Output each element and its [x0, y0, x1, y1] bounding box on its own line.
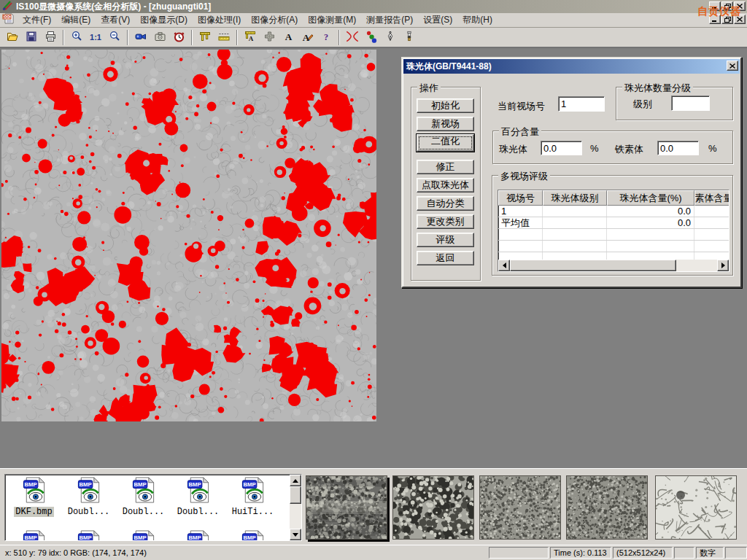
file-item[interactable]: BMP — [7, 530, 61, 541]
file-item[interactable]: BMP — [225, 530, 280, 541]
toolbar-separator — [338, 30, 340, 45]
toolbar-separator — [236, 30, 238, 45]
scroll-thumb[interactable] — [510, 260, 676, 271]
table-cell — [543, 229, 607, 240]
svg-text:BMP: BMP — [24, 534, 36, 541]
mdi-restore-button[interactable] — [721, 15, 733, 24]
mdi-minimize-button[interactable] — [709, 15, 721, 24]
scroll-down-button[interactable] — [290, 529, 301, 540]
table-row[interactable] — [498, 229, 729, 241]
table-row[interactable]: 10.0 — [498, 206, 729, 217]
file-browser[interactable]: BMPDKF.bmpBMPDoubl...BMPDoubl...BMPDoubl… — [4, 474, 302, 541]
bmp-file-icon: BMP — [131, 530, 156, 541]
rating-table[interactable]: 视场号珠光体级别珠光体含量(%)铁素体含量(%) 10.0平均值0.0 — [498, 190, 729, 272]
file-item[interactable]: BMPDoubl... — [171, 477, 225, 517]
file-item[interactable]: BMPHuiTi... — [225, 477, 280, 517]
table-cell — [694, 206, 729, 217]
mdi-close-button[interactable] — [734, 15, 746, 24]
op-button-8[interactable]: 评级 — [417, 233, 474, 247]
brush-button[interactable] — [400, 29, 419, 46]
op-button-3[interactable]: 二值化 — [417, 134, 474, 152]
file-item[interactable]: BMP — [61, 530, 116, 541]
table-row[interactable] — [498, 241, 729, 252]
op-button-6[interactable]: 自动分类 — [417, 196, 474, 211]
video-camera-button[interactable] — [131, 29, 150, 46]
file-scroll-thumb[interactable] — [290, 486, 301, 504]
help-button[interactable]: ? — [317, 29, 336, 46]
scroll-right-button[interactable] — [717, 260, 729, 271]
minimize-button[interactable] — [709, 1, 721, 11]
table-row[interactable]: 平均值0.0 — [498, 217, 729, 229]
scroll-up-button[interactable] — [290, 475, 301, 486]
grade-input[interactable] — [671, 96, 710, 111]
menu-item[interactable]: 查看(V) — [96, 12, 135, 28]
op-button-1[interactable]: 初始化 — [417, 98, 474, 113]
title-bar: IS100显微摄像系统(金相分析版) - [zhuguangti01] — [0, 0, 747, 13]
table-cell — [694, 229, 729, 240]
op-button-9[interactable]: 返回 — [417, 251, 474, 265]
file-item[interactable]: BMP — [116, 530, 171, 541]
menu-item[interactable]: 图像显示(D) — [135, 12, 193, 28]
dialog-close-button[interactable] — [727, 61, 738, 71]
menu-item[interactable]: 图像测量(M) — [303, 12, 361, 28]
merge-cross-button[interactable] — [260, 29, 279, 46]
clock-button[interactable] — [169, 29, 188, 46]
table-cell — [607, 241, 694, 252]
thumbnail-image[interactable] — [566, 475, 648, 540]
menu-item[interactable]: 编辑(E) — [56, 12, 96, 28]
measure-text-button[interactable]: A — [241, 29, 260, 46]
svg-text:BMP: BMP — [24, 481, 36, 488]
ruler-icon — [217, 31, 231, 44]
metallograph-image[interactable] — [1, 50, 376, 421]
menu-item[interactable]: 测量报告(P) — [361, 12, 418, 28]
op-button-5[interactable]: 点取珠光体 — [417, 178, 474, 192]
op-button-7[interactable]: 更改类别 — [417, 214, 474, 229]
capture-camera-button[interactable] — [150, 29, 169, 46]
menu-item[interactable]: 帮助(H) — [457, 12, 498, 28]
pearlite-input[interactable]: 0.0 — [541, 141, 582, 155]
thumbnail-image[interactable] — [655, 475, 737, 540]
multifield-group: 多视场评级 视场号珠光体级别珠光体含量(%)铁素体含量(%) 10.0平均值0.… — [492, 175, 733, 276]
pen-button[interactable] — [381, 29, 400, 46]
op-button-4[interactable]: 修正 — [417, 160, 474, 174]
dialog-title-bar[interactable]: 珠光体(GB/T9441-88) — [403, 59, 740, 74]
menu-item[interactable]: 文件(F) — [18, 12, 56, 28]
text-button[interactable]: A — [279, 29, 298, 46]
close-button[interactable] — [734, 1, 746, 11]
text-edit-button[interactable]: A — [298, 29, 317, 46]
menu-item[interactable]: 设置(S) — [418, 12, 457, 28]
thumbnail-image[interactable] — [392, 475, 474, 540]
red-curves-button[interactable] — [343, 29, 362, 46]
current-field-input[interactable]: 1 — [558, 96, 605, 112]
color-dots-button[interactable] — [362, 29, 381, 46]
table-column-header[interactable]: 珠光体含量(%) — [607, 190, 694, 206]
thumbnail-image[interactable] — [479, 475, 561, 540]
ferrite-input[interactable]: 0.0 — [657, 141, 699, 155]
file-item[interactable]: BMPDKF.bmp — [7, 477, 61, 517]
table-column-header[interactable]: 珠光体级别 — [543, 190, 607, 206]
menu-item[interactable]: 图像分析(A) — [246, 12, 303, 28]
menu-item[interactable]: 图像处理(I) — [193, 12, 246, 28]
print-button[interactable] — [41, 29, 60, 46]
table-column-header[interactable]: 铁素体含量(%) — [694, 190, 729, 206]
thumbnail-image[interactable] — [306, 475, 387, 540]
file-item[interactable]: BMPDoubl... — [116, 477, 171, 517]
restore-button[interactable] — [721, 1, 733, 11]
zoom-in-button[interactable] — [67, 29, 86, 46]
file-item[interactable]: BMP — [171, 530, 225, 541]
zoom-out-button[interactable] — [105, 29, 124, 46]
table-hscrollbar[interactable] — [498, 260, 729, 271]
table-column-header[interactable]: 视场号 — [498, 190, 543, 206]
bmp-file-icon: BMP — [186, 477, 211, 506]
caliper-button[interactable] — [196, 29, 214, 46]
scroll-left-button[interactable] — [498, 260, 510, 271]
file-item[interactable]: BMPDoubl... — [61, 477, 116, 517]
op-button-2[interactable]: 新视场 — [417, 117, 474, 131]
open-button[interactable] — [3, 29, 22, 46]
ruler-button[interactable] — [214, 29, 233, 46]
file-list-scrollbar[interactable] — [290, 475, 301, 540]
save-button[interactable] — [22, 29, 41, 46]
table-cell: 平均值 — [498, 217, 543, 228]
actual-size-button[interactable]: 1:1 — [86, 29, 105, 46]
actual-size-icon: 1:1 — [90, 33, 101, 42]
